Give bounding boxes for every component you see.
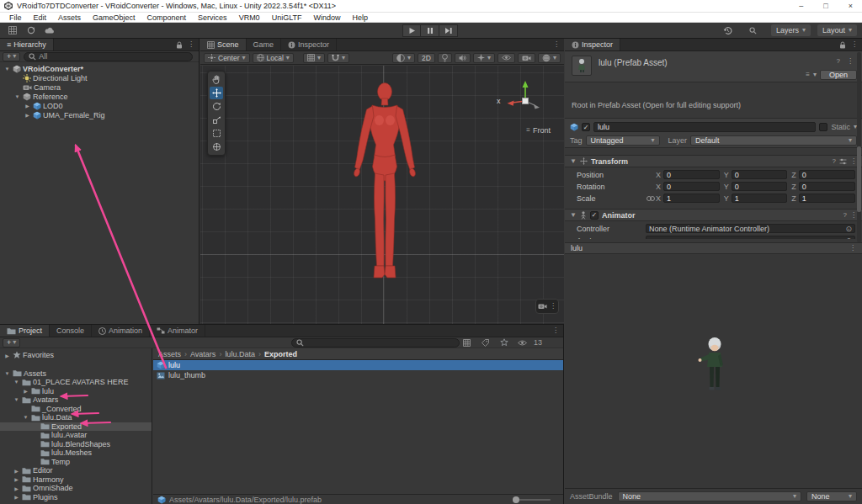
- pause-button[interactable]: [421, 24, 439, 37]
- expand-arrow-icon[interactable]: ▶: [24, 103, 31, 109]
- layers-dropdown[interactable]: Layers ▾: [771, 24, 811, 36]
- folder-item-exported[interactable]: Exported: [0, 422, 152, 432]
- hierarchy-search-input[interactable]: All: [24, 52, 193, 61]
- folder-item-temp[interactable]: Temp: [0, 458, 152, 467]
- asset-item-lulu[interactable]: lulu: [153, 360, 563, 370]
- thumbnail-size-slider[interactable]: [513, 499, 551, 501]
- folder-item-lulu-data[interactable]: ▼lulu.Data: [0, 413, 152, 422]
- asset-preview[interactable]: [565, 254, 862, 488]
- 2d-toggle[interactable]: 2D: [418, 53, 435, 63]
- object-picker-icon[interactable]: ⊙: [845, 236, 852, 240]
- rotation-x-field[interactable]: 0: [663, 182, 720, 191]
- animator-component-header[interactable]: ▼ ✓ Animator ? ⋮: [565, 209, 862, 221]
- folder-item-omnishade[interactable]: ▶OmniShade: [0, 484, 152, 493]
- hand-tool[interactable]: [210, 73, 223, 86]
- expand-arrow-icon[interactable]: ▼: [13, 397, 20, 402]
- maximize-button[interactable]: □: [823, 2, 827, 10]
- object-picker-icon[interactable]: ⊙: [845, 225, 852, 233]
- position-z-field[interactable]: 0: [799, 170, 855, 179]
- folder-item-plugins[interactable]: ▶Plugins: [0, 493, 152, 502]
- folder-item-converted[interactable]: _Converted: [0, 405, 152, 414]
- assetbundle-dropdown[interactable]: None ▾: [618, 491, 801, 501]
- expand-arrow-icon[interactable]: ▼: [13, 94, 21, 99]
- kebab-menu-icon[interactable]: ⋮: [850, 212, 857, 219]
- tab-console[interactable]: Console: [50, 325, 92, 337]
- menu-unigltf[interactable]: UniGLTF: [266, 13, 308, 23]
- inspector-scrollbar[interactable]: [857, 52, 861, 242]
- folder-item-lulu[interactable]: ▶lulu: [0, 387, 152, 396]
- breadcrumb-avatars[interactable]: Avatars: [190, 350, 216, 358]
- kebab-menu-icon[interactable]: ⋮: [188, 41, 194, 48]
- gameobject-name-field[interactable]: lulu: [593, 122, 816, 132]
- favorites-item[interactable]: ▶Favorites: [0, 351, 152, 360]
- cloud-icon[interactable]: [42, 24, 57, 36]
- menu-help[interactable]: Help: [347, 13, 375, 23]
- hidden-packages-eye-icon[interactable]: [515, 337, 530, 348]
- lighting-toggle[interactable]: [438, 53, 452, 63]
- transform-component-header[interactable]: ▼ Transform ? ⋮: [565, 155, 862, 167]
- gizmos-dropdown[interactable]: ▾: [538, 53, 561, 63]
- tag-dropdown[interactable]: Untagged ▾: [586, 135, 660, 146]
- expand-arrow-icon[interactable]: ▶: [13, 494, 20, 500]
- kebab-menu-icon[interactable]: ⋮: [552, 327, 559, 334]
- menu-edit[interactable]: Edit: [28, 13, 53, 23]
- asset-item-lulu-thumb[interactable]: lulu_thumb: [153, 370, 563, 380]
- expand-arrow-icon[interactable]: ▼: [3, 371, 11, 376]
- transform-tool[interactable]: [210, 141, 223, 153]
- folder-item-avatars[interactable]: ▼Avatars: [0, 395, 152, 405]
- expand-arrow-icon[interactable]: ▶: [13, 476, 20, 482]
- close-button[interactable]: ×: [849, 2, 853, 10]
- expand-arrow-icon[interactable]: ▶: [3, 353, 11, 358]
- play-button[interactable]: [402, 24, 421, 37]
- folder-item-lulu-avatar[interactable]: lulu.Avatar: [0, 431, 152, 440]
- hierarchy-item-reference[interactable]: ▼Reference: [0, 92, 199, 101]
- move-tool[interactable]: [210, 87, 223, 99]
- expand-arrow-icon[interactable]: ▶: [24, 112, 31, 118]
- audio-toggle[interactable]: [455, 53, 471, 63]
- tab-animator[interactable]: Animator: [150, 325, 205, 337]
- tab-scene[interactable]: Scene: [200, 39, 247, 50]
- enabled-checkbox[interactable]: ✓: [590, 211, 599, 220]
- tab-hierarchy[interactable]: ≡ Hierarchy: [0, 39, 54, 50]
- prefab-thumbnail[interactable]: [572, 56, 592, 76]
- step-button[interactable]: [439, 24, 458, 37]
- active-checkbox[interactable]: ✓: [582, 123, 590, 131]
- filter-by-type-icon[interactable]: [460, 337, 475, 348]
- rotate-tool[interactable]: [210, 100, 223, 113]
- open-prefab-button[interactable]: Open: [820, 70, 857, 80]
- rotation-y-field[interactable]: 0: [732, 182, 788, 191]
- project-search-input[interactable]: [291, 338, 460, 347]
- kebab-menu-icon[interactable]: ⋮: [851, 41, 858, 48]
- folder-item-lulu-meshes[interactable]: lulu.Meshes: [0, 448, 152, 458]
- scene-visibility-toggle[interactable]: [498, 53, 515, 63]
- camera-settings-button[interactable]: [518, 53, 535, 63]
- project-create-button[interactable]: + ▾: [3, 338, 20, 347]
- folder-item-lulu-blendshapes[interactable]: lulu.BlendShapes: [0, 440, 152, 449]
- layer-dropdown[interactable]: Default ▾: [690, 135, 857, 146]
- controller-object-field[interactable]: None (Runtime Animator Controller)⊙: [646, 224, 855, 233]
- help-icon[interactable]: ?: [843, 212, 847, 219]
- breadcrumb-assets[interactable]: Assets: [158, 350, 181, 358]
- position-x-field[interactable]: 0: [663, 170, 720, 179]
- kebab-menu-icon[interactable]: ⋮: [849, 245, 856, 252]
- help-icon[interactable]: ?: [837, 58, 840, 65]
- lock-icon[interactable]: [176, 41, 183, 49]
- link-icon[interactable]: [646, 196, 656, 201]
- folder-item-01-place-avatars-here[interactable]: ▼01_PLACE AVATARS HERE: [0, 378, 152, 387]
- folder-item-editor[interactable]: ▶Editor: [0, 466, 152, 475]
- scene-viewport[interactable]: x ≡ Front ⋮: [200, 66, 564, 324]
- tab-animation[interactable]: Animation: [92, 325, 150, 337]
- assetbundle-variant-dropdown[interactable]: None ▾: [806, 491, 857, 501]
- static-checkbox[interactable]: [819, 123, 827, 131]
- handle-space-dropdown[interactable]: Local ▾: [253, 53, 294, 63]
- rect-tool[interactable]: [210, 127, 223, 140]
- avatar-object-field[interactable]: ⊙: [646, 236, 855, 239]
- filter-by-label-icon[interactable]: [478, 337, 493, 348]
- menu-gameobject[interactable]: GameObject: [87, 13, 141, 23]
- minimize-button[interactable]: –: [799, 2, 803, 10]
- draw-mode-dropdown[interactable]: ▾: [392, 53, 415, 63]
- version-control-icon[interactable]: [24, 24, 39, 36]
- grid-visibility-button[interactable]: ▾: [303, 53, 325, 63]
- tab-inspector[interactable]: Inspector: [565, 39, 620, 50]
- kebab-menu-icon[interactable]: ⋮: [553, 41, 560, 48]
